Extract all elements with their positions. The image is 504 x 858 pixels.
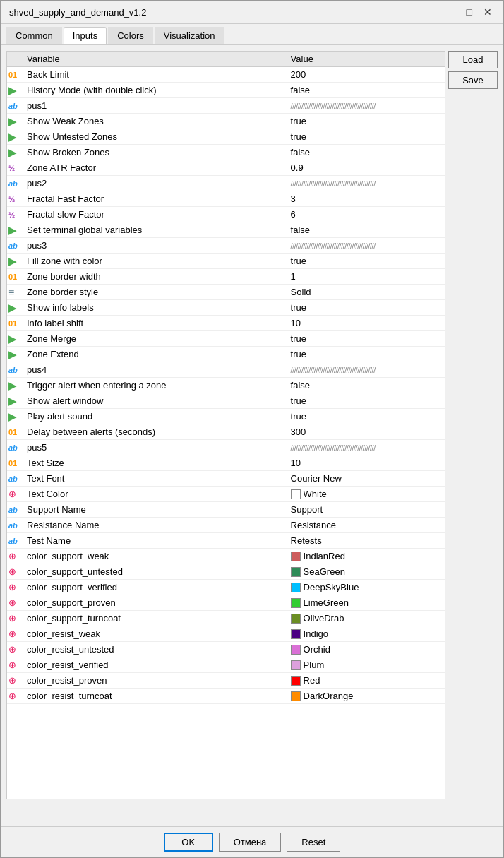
table-row[interactable]: ≡Zone border styleSolid bbox=[7, 285, 445, 300]
variable-name: color_support_turncoat bbox=[23, 611, 287, 626]
variable-value: ////////////////////////////////////////… bbox=[287, 238, 445, 254]
table-row[interactable]: ▶History Mode (with double click)false bbox=[7, 83, 445, 98]
variable-value: SeaGreen bbox=[287, 564, 445, 580]
tab-colors[interactable]: Colors bbox=[108, 27, 153, 44]
tab-inputs[interactable]: Inputs bbox=[64, 27, 107, 44]
icon-cell: ⊕ bbox=[7, 689, 23, 704]
variable-name: pus3 bbox=[23, 238, 287, 254]
table-row[interactable]: abResistance NameResistance bbox=[7, 518, 445, 533]
table-row[interactable]: abTest NameRetests bbox=[7, 533, 445, 549]
variables-table-container[interactable]: Variable Value 01Back Limit200▶History M… bbox=[6, 51, 445, 799]
table-row[interactable]: 01Back Limit200 bbox=[7, 67, 445, 83]
variable-value: true bbox=[287, 393, 445, 409]
table-row[interactable]: abpus5//////////////////////////////////… bbox=[7, 440, 445, 455]
table-row[interactable]: ⊕color_resist_provenRed bbox=[7, 673, 445, 689]
arrow-icon: ▶ bbox=[8, 116, 16, 127]
table-row[interactable]: abpus2//////////////////////////////////… bbox=[7, 176, 445, 191]
color-icon: ⊕ bbox=[8, 691, 16, 701]
table-row[interactable]: abpus4//////////////////////////////////… bbox=[7, 362, 445, 378]
color-swatch bbox=[291, 489, 301, 499]
variable-name: Play alert sound bbox=[23, 409, 287, 424]
variable-name: Zone border style bbox=[23, 285, 287, 300]
variable-value: true bbox=[287, 114, 445, 129]
ok-button[interactable]: OK bbox=[164, 833, 213, 852]
table-row[interactable]: ⊕color_resist_untestedOrchid bbox=[7, 642, 445, 657]
table-row[interactable]: 01Zone border width1 bbox=[7, 269, 445, 285]
table-row[interactable]: abSupport NameSupport bbox=[7, 502, 445, 518]
reset-button[interactable]: Reset bbox=[287, 833, 340, 852]
table-row[interactable]: ½Fractal Fast Factor3 bbox=[7, 191, 445, 207]
cancel-button[interactable]: Отмена bbox=[219, 833, 282, 852]
variable-value: Plum bbox=[287, 657, 445, 673]
tab-visualization[interactable]: Visualization bbox=[155, 27, 224, 44]
icon-cell: ⊕ bbox=[7, 611, 23, 626]
table-row[interactable]: ▶Show Broken Zonesfalse bbox=[7, 145, 445, 160]
table-row[interactable]: ½Fractal slow Factor6 bbox=[7, 207, 445, 222]
table-row[interactable]: ⊕color_resist_turncoatDarkOrange bbox=[7, 689, 445, 704]
color-icon: ⊕ bbox=[8, 613, 16, 624]
variable-name: Set terminal global variables bbox=[23, 222, 287, 238]
table-row[interactable]: ⊕color_support_untestedSeaGreen bbox=[7, 564, 445, 580]
variable-name: Trigger alert when entering a zone bbox=[23, 378, 287, 393]
table-row[interactable]: ⊕color_resist_weakIndigo bbox=[7, 626, 445, 642]
tab-common[interactable]: Common bbox=[6, 27, 62, 44]
table-row[interactable]: ▶Play alert soundtrue bbox=[7, 409, 445, 424]
icon-cell: 01 bbox=[7, 67, 23, 83]
variable-value: ////////////////////////////////////////… bbox=[287, 176, 445, 191]
ab-icon: ab bbox=[8, 537, 18, 545]
variable-value: 0.9 bbox=[287, 160, 445, 176]
icon-cell: ▶ bbox=[7, 83, 23, 98]
load-button[interactable]: Load bbox=[448, 51, 498, 68]
variable-name: Fractal Fast Factor bbox=[23, 191, 287, 207]
table-row[interactable]: ▶Show alert windowtrue bbox=[7, 393, 445, 409]
ab-icon: ab bbox=[8, 521, 18, 530]
table-row[interactable]: ▶Fill zone with colortrue bbox=[7, 254, 445, 269]
icon-cell: ▶ bbox=[7, 129, 23, 145]
variable-value: 10 bbox=[287, 316, 445, 331]
color-icon: ⊕ bbox=[8, 675, 16, 686]
table-row[interactable]: ▶Show info labelstrue bbox=[7, 300, 445, 316]
color-icon: ⊕ bbox=[8, 582, 16, 592]
window-controls: — □ ✕ bbox=[443, 6, 495, 18]
minimize-button[interactable]: — bbox=[443, 6, 458, 18]
table-row[interactable]: ▶Show Weak Zonestrue bbox=[7, 114, 445, 129]
variable-value: Resistance bbox=[287, 518, 445, 533]
table-row[interactable]: ½Zone ATR Factor0.9 bbox=[7, 160, 445, 176]
icon-cell: ab bbox=[7, 238, 23, 254]
table-row[interactable]: ▶Set terminal global variablesfalse bbox=[7, 222, 445, 238]
variable-name: color_support_verified bbox=[23, 580, 287, 595]
icon-cell: ⊕ bbox=[7, 642, 23, 657]
table-row[interactable]: ▶Trigger alert when entering a zonefalse bbox=[7, 378, 445, 393]
color-icon: ⊕ bbox=[8, 597, 16, 608]
table-row[interactable]: ⊕color_support_provenLimeGreen bbox=[7, 595, 445, 611]
table-row[interactable]: ⊕color_support_turncoatOliveDrab bbox=[7, 611, 445, 626]
table-row[interactable]: ⊕color_support_verifiedDeepSkyBlue bbox=[7, 580, 445, 595]
table-row[interactable]: ⊕color_support_weakIndianRed bbox=[7, 549, 445, 564]
table-row[interactable]: abpus3//////////////////////////////////… bbox=[7, 238, 445, 254]
icon-cell: ⊕ bbox=[7, 487, 23, 502]
variable-value: LimeGreen bbox=[287, 595, 445, 611]
table-row[interactable]: ▶Zone Mergetrue bbox=[7, 331, 445, 347]
table-row[interactable]: ▶Show Untested Zonestrue bbox=[7, 129, 445, 145]
icon-cell: ⊕ bbox=[7, 626, 23, 642]
table-row[interactable]: ▶Zone Extendtrue bbox=[7, 347, 445, 362]
variable-name: color_support_untested bbox=[23, 564, 287, 580]
save-button[interactable]: Save bbox=[448, 71, 498, 89]
color-icon: ⊕ bbox=[8, 566, 16, 577]
variable-name: Support Name bbox=[23, 502, 287, 518]
table-row[interactable]: 01Text Size10 bbox=[7, 455, 445, 471]
table-row[interactable]: abText FontCourier New bbox=[7, 471, 445, 487]
table-row[interactable]: ⊕Text ColorWhite bbox=[7, 487, 445, 502]
variable-value: ////////////////////////////////////////… bbox=[287, 362, 445, 378]
col-variable: Variable bbox=[7, 52, 287, 67]
maximize-button[interactable]: □ bbox=[464, 6, 475, 18]
table-row[interactable]: abpus1//////////////////////////////////… bbox=[7, 98, 445, 114]
arrow-icon: ▶ bbox=[8, 411, 16, 422]
variable-value: true bbox=[287, 129, 445, 145]
close-button[interactable]: ✕ bbox=[481, 6, 495, 18]
variable-value: OliveDrab bbox=[287, 611, 445, 626]
table-row[interactable]: ⊕color_resist_verifiedPlum bbox=[7, 657, 445, 673]
table-row[interactable]: 01Info label shift10 bbox=[7, 316, 445, 331]
icon-cell: 01 bbox=[7, 424, 23, 440]
table-row[interactable]: 01Delay between alerts (seconds)300 bbox=[7, 424, 445, 440]
